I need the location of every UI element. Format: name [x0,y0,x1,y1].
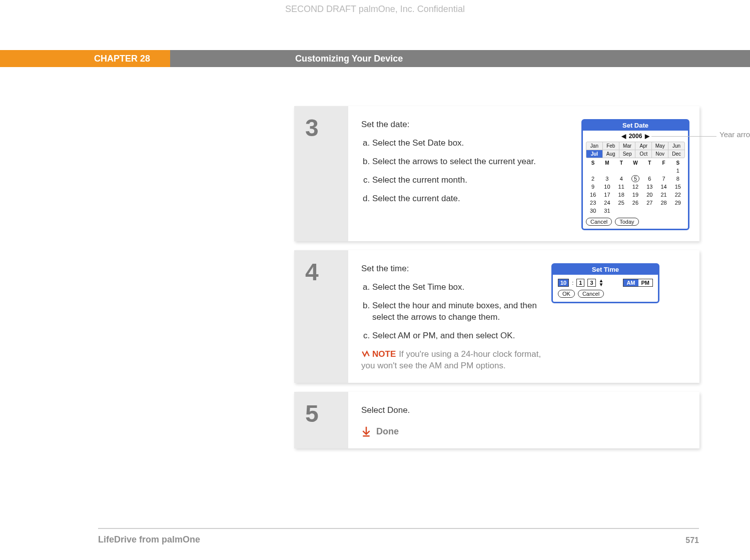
day-cell[interactable]: 25 [614,199,628,207]
ampm-toggle[interactable]: AM PM [623,279,653,287]
steps-container: 3 Set the date: Select the Set Date box.… [294,106,699,457]
day-cell[interactable]: 7 [656,175,670,183]
hour-field[interactable]: 10 [558,279,569,287]
day-cell[interactable]: 30 [586,207,600,215]
step-heading: Select Done. [361,405,689,416]
day-cell[interactable]: 16 [586,191,600,199]
day-cell [614,207,628,215]
month-cell[interactable]: Apr [635,142,652,150]
month-cell-selected[interactable]: Jul [586,150,603,158]
month-cell[interactable]: May [652,142,668,150]
month-cell[interactable]: Oct [635,150,652,158]
time-spinner[interactable]: ▲ ▼ [599,279,604,287]
confidential-watermark: SECOND DRAFT palmOne, Inc. Confidential [0,4,750,15]
substep: Select the current month. [372,175,571,186]
set-time-title: Set Time [553,265,658,275]
dow-header: S [586,160,600,167]
day-cell[interactable]: 12 [628,183,642,191]
day-cell [656,207,670,215]
minute-ones-field[interactable]: 3 [587,279,595,287]
calendar-grid: S M T W T F S 12345678910111213141516171… [586,160,685,215]
day-cell[interactable]: 18 [614,191,628,199]
minute-tens-field[interactable]: 1 [576,279,584,287]
month-cell[interactable]: Jun [668,142,684,150]
day-cell [628,207,642,215]
day-cell[interactable]: 2 [586,175,600,183]
am-segment[interactable]: AM [623,279,638,286]
day-cell[interactable]: 8 [671,175,685,183]
step-number-col: 4 [294,250,348,383]
month-cell[interactable]: Aug [603,150,619,158]
cancel-button[interactable]: Cancel [578,290,604,298]
day-cell[interactable]: 26 [628,199,642,207]
step-5: 5 Select Done. Done [294,392,699,448]
day-cell[interactable]: 11 [614,183,628,191]
day-cell[interactable]: 22 [671,191,685,199]
day-cell[interactable]: 9 [586,183,600,191]
spinner-down-icon[interactable]: ▼ [599,283,604,287]
substep: Select the hour and minute boxes, and th… [372,300,541,323]
day-cell[interactable]: 10 [600,183,614,191]
ok-button[interactable]: OK [558,290,575,298]
step-text: Set the date: Select the Set Date box. S… [361,119,571,230]
day-cell[interactable]: 6 [642,175,656,183]
set-date-title: Set Date [583,121,688,131]
step-4: 4 Set the time: Select the Set Time box.… [294,250,699,383]
month-cell[interactable]: Sep [619,150,636,158]
day-cell[interactable]: 13 [642,183,656,191]
step-number-col: 3 [294,106,348,241]
set-date-screenshot: Set Date ◀ 2006 ▶ Jan Feb Mar Apr May [581,119,689,230]
today-button[interactable]: Today [615,218,638,226]
day-cell-today[interactable]: 5 [628,175,642,183]
month-cell[interactable]: Dec [668,150,684,158]
day-cell[interactable]: 17 [600,191,614,199]
dow-header: F [656,160,670,167]
day-cell[interactable]: 29 [671,199,685,207]
month-cell[interactable]: Feb [603,142,619,150]
step-body: Select Done. Done [348,392,699,448]
day-cell[interactable]: 3 [600,175,614,183]
step-heading: Set the date: [361,119,571,131]
time-colon: : [572,280,573,286]
cancel-button[interactable]: Cancel [586,218,612,226]
day-cell[interactable]: 15 [671,183,685,191]
day-cell [642,167,656,175]
chapter-title: Customizing Your Device [170,50,750,67]
chapter-header: CHAPTER 28 Customizing Your Device [0,50,750,67]
day-cell[interactable]: 28 [656,199,670,207]
dow-header: W [628,160,642,167]
footer-product: LifeDrive from palmOne [98,534,200,545]
day-cell[interactable]: 27 [642,199,656,207]
day-cell[interactable]: 24 [600,199,614,207]
footer-rule [98,528,699,529]
dow-header: T [614,160,628,167]
done-label: Done [376,425,399,437]
day-cell[interactable]: 23 [586,199,600,207]
year-prev-icon[interactable]: ◀ [621,133,626,140]
callout-line [651,136,716,137]
day-cell [614,167,628,175]
day-cell[interactable]: 20 [642,191,656,199]
day-cell[interactable]: 4 [614,175,628,183]
month-cell[interactable]: Nov [652,150,668,158]
dow-header: M [600,160,614,167]
step-body: Set the date: Select the Set Date box. S… [348,106,699,241]
chapter-label: CHAPTER 28 [0,50,170,67]
done-arrow-icon [361,426,371,437]
day-cell[interactable]: 19 [628,191,642,199]
year-next-icon[interactable]: ▶ [645,133,649,140]
set-time-dialog: Set Time 10 : 1 3 ▲ ▼ AM PM [551,263,659,303]
step-heading: Set the time: [361,263,541,275]
pm-segment[interactable]: PM [638,279,653,286]
step-substeps: Select the Set Date box. Select the arro… [361,138,571,205]
day-cell[interactable]: 31 [600,207,614,215]
day-cell[interactable]: 21 [656,191,670,199]
day-cell[interactable]: 1 [671,167,685,175]
step-body: Set the time: Select the Set Time box. S… [348,250,699,383]
day-cell [642,207,656,215]
day-cell[interactable]: 14 [656,183,670,191]
note-label: NOTE [372,349,396,359]
month-cell[interactable]: Jan [586,142,603,150]
day-cell [671,207,685,215]
month-cell[interactable]: Mar [619,142,636,150]
